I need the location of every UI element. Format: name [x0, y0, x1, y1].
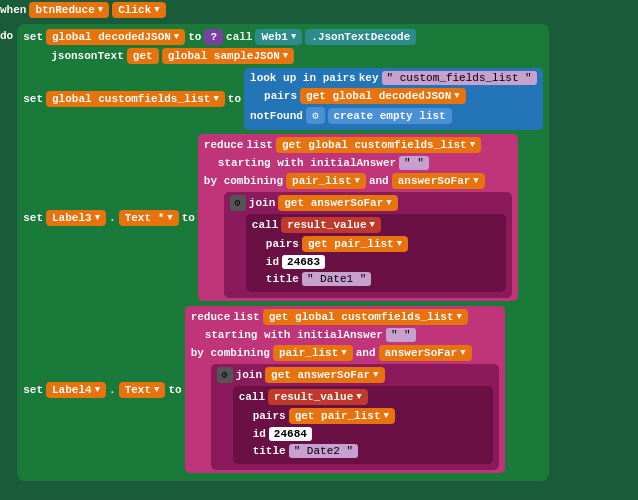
reduce-row-1: reduce list get global customfields_list…: [204, 137, 512, 153]
sample-json-pill[interactable]: global sampleJSON▼: [162, 48, 295, 64]
starting-row-2: starting with initialAnswer " ": [205, 328, 499, 342]
get-answer-so-far-1[interactable]: get answerSoFar▼: [278, 195, 397, 211]
join-block-1: ⚙ join get answerSoFar▼ call: [224, 192, 512, 298]
starting-row-1: starting with initialAnswer " ": [218, 156, 512, 170]
join-row-1: ⚙ join get answerSoFar▼: [230, 195, 506, 211]
btn-reduce-pill[interactable]: btnReduce ▼: [29, 2, 109, 18]
id-val-1: 24683: [282, 255, 325, 269]
text-pill-2[interactable]: Text▼: [119, 382, 166, 398]
question-pill[interactable]: ?: [204, 29, 223, 45]
get-customfields-1[interactable]: get global customfields_list▼: [276, 137, 481, 153]
gear-icon-2: ⚙: [217, 367, 233, 383]
get-customfields-2[interactable]: get global customfields_list▼: [263, 309, 468, 325]
title-val-1: " Date1 ": [302, 272, 371, 286]
do-label: do: [0, 30, 13, 42]
pair-list-2[interactable]: pair_list▼: [273, 345, 353, 361]
key-val: " custom_fields_list ": [382, 71, 537, 85]
empty-str-1: " ": [399, 156, 429, 170]
join-row-2: ⚙ join get answerSoFar▼: [217, 367, 493, 383]
customfields-pill[interactable]: global customfields_list▼: [46, 91, 225, 107]
global-decoded-json-pill[interactable]: global decodedJSON▼: [46, 29, 185, 45]
get-decoded-json-pill[interactable]: get global decodedJSON▼: [300, 88, 466, 104]
label4-pill[interactable]: Label4▼: [46, 382, 106, 398]
id-val-2: 24684: [269, 427, 312, 441]
json-decode-pill[interactable]: .JsonTextDecode: [305, 29, 416, 45]
answer-so-far-1[interactable]: answerSoFar▼: [392, 173, 485, 189]
when-row: when btnReduce ▼ Click ▼: [0, 2, 166, 18]
get-pair-list-2[interactable]: get pair_list▼: [289, 408, 395, 424]
row-set-decoded-json: set global decodedJSON▼ to ? call Web1▼ …: [23, 29, 543, 45]
row-json-text: jsonsonText get global sampleJSON▼: [51, 48, 543, 64]
row-set-label4: set Label4▼ . Text▼ to reduce list: [23, 306, 543, 473]
result-value-1[interactable]: result_value▼: [281, 217, 381, 233]
create-list-icon[interactable]: ⚙: [306, 107, 325, 124]
lookup-row: look up in pairs key " custom_fields_lis…: [250, 71, 537, 85]
get-pair-list-1[interactable]: get pair_list▼: [302, 236, 408, 252]
do-section: do set global decodedJSON▼ to ? call Web…: [0, 24, 549, 481]
create-empty-list-pill[interactable]: create empty list: [328, 108, 452, 124]
call-result-value-1: call result_value▼ pairs get pair_list▼: [246, 214, 506, 292]
combining-row-2: by combining pair_list▼ and answerSoFar▼: [191, 345, 499, 361]
row-set-label3: set Label3▼ . Text *▼ to reduce list: [23, 134, 543, 301]
text-pill-1[interactable]: Text *▼: [119, 210, 179, 226]
web1-pill[interactable]: Web1▼: [255, 29, 302, 45]
gear-icon-1: ⚙: [230, 195, 246, 211]
call-result-value-2: call result_value▼ pairs get pair_list▼: [233, 386, 493, 464]
reduce-row-2: reduce list get global customfields_list…: [191, 309, 499, 325]
result-value-2[interactable]: result_value▼: [268, 389, 368, 405]
notfound-row: notFound ⚙ create empty list: [250, 107, 537, 124]
when-label: when: [0, 4, 26, 16]
answer-so-far-2[interactable]: answerSoFar▼: [379, 345, 472, 361]
pair-list-1[interactable]: pair_list▼: [286, 173, 366, 189]
row-set-customfields: set global customfields_list▼ to look up…: [23, 68, 543, 130]
label3-pill[interactable]: Label3▼: [46, 210, 106, 226]
get-sample-json-pill[interactable]: get: [127, 48, 159, 64]
title-val-2: " Date2 ": [289, 444, 358, 458]
empty-str-2: " ": [386, 328, 416, 342]
combining-row-1: by combining pair_list▼ and answerSoFar▼: [204, 173, 512, 189]
join-block-2: ⚙ join get answerSoFar▼ call: [211, 364, 499, 470]
event-pill[interactable]: Click ▼: [112, 2, 165, 18]
get-answer-so-far-2[interactable]: get answerSoFar▼: [265, 367, 384, 383]
pairs-row: pairs get global decodedJSON▼: [264, 88, 537, 104]
